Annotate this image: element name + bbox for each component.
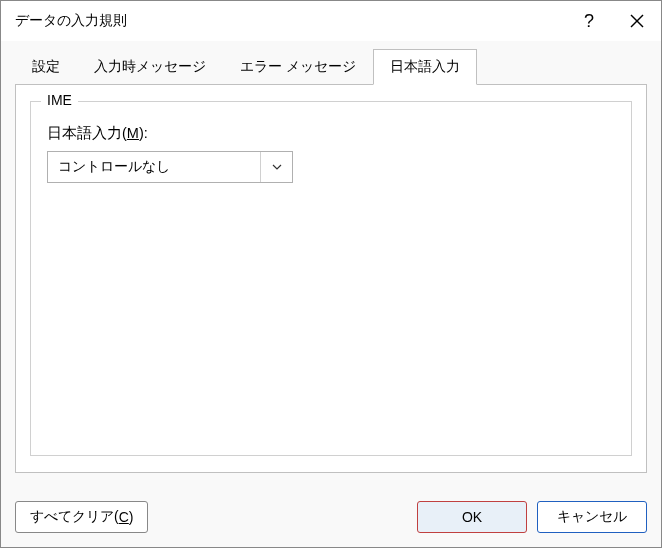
tab-settings[interactable]: 設定 xyxy=(15,49,77,84)
tab-input-message[interactable]: 入力時メッセージ xyxy=(77,49,223,84)
close-button[interactable] xyxy=(613,1,661,41)
ime-group-legend: IME xyxy=(41,92,78,108)
data-validation-dialog: データの入力規則 ? 設定 入力時メッセージ エラー メッセージ 日本語入力 I… xyxy=(0,0,662,548)
ime-groupbox: IME 日本語入力(M): コントロールなし xyxy=(30,101,632,456)
tab-error-message[interactable]: エラー メッセージ xyxy=(223,49,373,84)
help-button[interactable]: ? xyxy=(565,1,613,41)
ime-mode-select-arrow xyxy=(260,152,292,182)
tab-ime-mode[interactable]: 日本語入力 xyxy=(373,49,477,85)
clear-all-button[interactable]: すべてクリア(C) xyxy=(15,501,148,533)
titlebar: データの入力規則 ? xyxy=(1,1,661,41)
dialog-title: データの入力規則 xyxy=(15,12,565,30)
ime-mode-label: 日本語入力(M): xyxy=(47,124,617,143)
ime-mode-select-value: コントロールなし xyxy=(48,158,260,176)
ok-button[interactable]: OK xyxy=(417,501,527,533)
tab-panel-ime: IME 日本語入力(M): コントロールなし xyxy=(15,84,647,473)
cancel-button[interactable]: キャンセル xyxy=(537,501,647,533)
close-icon xyxy=(630,14,644,28)
tab-strip: 設定 入力時メッセージ エラー メッセージ 日本語入力 xyxy=(15,49,647,84)
chevron-down-icon xyxy=(272,164,282,170)
dialog-body: 設定 入力時メッセージ エラー メッセージ 日本語入力 IME 日本語入力(M)… xyxy=(1,41,661,487)
ime-mode-select[interactable]: コントロールなし xyxy=(47,151,293,183)
dialog-footer: すべてクリア(C) OK キャンセル xyxy=(1,487,661,547)
